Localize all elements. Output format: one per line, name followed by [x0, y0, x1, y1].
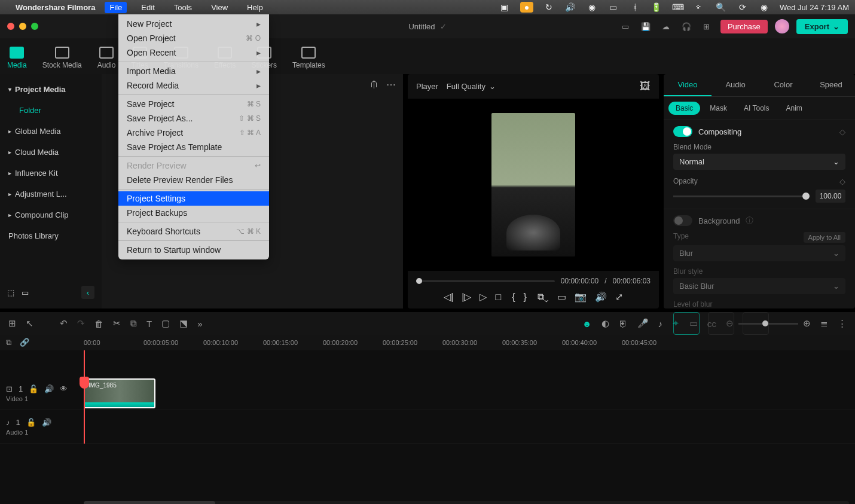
file-menu-open-project[interactable]: Open Project⌘ O [118, 31, 269, 45]
inspector-sub-mask[interactable]: Mask [703, 102, 734, 115]
sidebar-item-photos-library[interactable]: Photos Library [0, 225, 102, 246]
menu-tools[interactable]: Tools [169, 2, 197, 13]
export-button[interactable]: Export⌄ [796, 19, 848, 34]
timeline-scrollbar[interactable] [84, 501, 849, 504]
file-menu-project-backups[interactable]: Project Backups [118, 206, 269, 220]
audio-track[interactable]: ♪ 1 🔓 🔊 Audio 1 [0, 410, 855, 444]
filter-icon[interactable]: ⫛ [370, 79, 379, 90]
volume-icon[interactable]: 🔊 [564, 2, 576, 12]
info-icon[interactable]: ⓘ [746, 215, 753, 226]
file-menu-new-project[interactable]: New Project▸ [118, 17, 269, 31]
sidebar-item-global-media[interactable]: ▸Global Media [0, 121, 102, 142]
keyframe-diamond-icon[interactable]: ◇ [839, 127, 845, 136]
keyframe-diamond-icon[interactable]: ◇ [839, 177, 845, 186]
menubar-datetime[interactable]: Wed Jul 24 7:19 AM [780, 3, 849, 12]
inspector-sub-basic[interactable]: Basic [668, 102, 700, 115]
maximize-window-button[interactable] [31, 23, 38, 30]
folder-icon[interactable]: ▭ [22, 288, 29, 297]
timeline-ruler[interactable]: ⧉ 🔗 00:0000:00:05:0000:00:10:0000:00:15:… [0, 335, 855, 350]
compare-icon[interactable]: ⧉⌄ [538, 292, 549, 303]
blur-style-select[interactable]: Basic Blur⌄ [673, 278, 845, 294]
tag-icon[interactable]: ⬔ [179, 318, 188, 329]
control-center-icon[interactable]: ⟳ [737, 2, 749, 12]
pointer-tool-icon[interactable]: ↖ [26, 318, 33, 329]
wifi-icon[interactable]: ᯤ [694, 2, 706, 12]
sidebar-item-folder[interactable]: Folder [0, 100, 102, 121]
sidebar-item-compound-clip[interactable]: ▸Compound Clip [0, 204, 102, 225]
menu-view[interactable]: View [206, 2, 233, 13]
file-menu-save-project[interactable]: Save Project⌘ S [118, 97, 269, 111]
display-icon[interactable]: ▭ [557, 291, 566, 303]
inspector-tab-video[interactable]: Video [664, 74, 712, 96]
apply-to-all-button[interactable]: Apply to All [804, 232, 845, 243]
save-icon[interactable]: 💾 [639, 20, 652, 33]
inspector-tab-color[interactable]: Color [759, 74, 807, 96]
file-menu-save-project-as-template[interactable]: Save Project As Template [118, 140, 269, 154]
mic-tool-icon[interactable]: 🎤 [637, 318, 649, 329]
tab-media[interactable]: Media [7, 47, 27, 69]
layout-icon[interactable]: ▭ [619, 20, 632, 33]
menu-file[interactable]: File [105, 2, 127, 13]
file-menu-save-project-as-[interactable]: Save Project As...⇧ ⌘ S [118, 111, 269, 126]
crop-icon[interactable]: ⧉ [130, 318, 137, 329]
mark-out-icon[interactable]: } [523, 292, 526, 303]
grid-icon[interactable]: ⊞ [700, 20, 713, 33]
inspector-tab-audio[interactable]: Audio [712, 74, 759, 96]
bluetooth-icon[interactable]: ᚼ [629, 2, 641, 12]
timeline-clip[interactable]: IMG_1985 [84, 378, 155, 408]
quality-dropdown[interactable]: Full Quality⌄ [447, 82, 496, 91]
new-folder-icon[interactable]: ⬚ [7, 288, 14, 297]
camera-icon[interactable]: 📷 [575, 291, 587, 303]
delete-icon[interactable]: 🗑 [94, 319, 103, 329]
grammarly-icon[interactable]: ◉ [586, 2, 598, 12]
purchase-button[interactable]: Purchase [720, 20, 768, 33]
screencast-icon[interactable]: ▣ [499, 2, 511, 12]
redo-icon[interactable]: ↷ [77, 318, 85, 329]
cut-icon[interactable]: ✂ [113, 318, 121, 329]
mute-icon[interactable]: 🔊 [44, 384, 54, 393]
file-menu-return-to-startup-window[interactable]: Return to Startup window [118, 243, 269, 257]
mic-icon[interactable]: ● [520, 2, 533, 13]
compositing-toggle[interactable] [673, 126, 692, 137]
inspector-sub-ai-tools[interactable]: AI Tools [737, 102, 776, 115]
inspector-tab-speed[interactable]: Speed [807, 74, 855, 96]
tab-audio[interactable]: Audio [97, 47, 116, 69]
inspector-sub-anim[interactable]: Anim [778, 102, 809, 115]
minimize-window-button[interactable] [19, 23, 26, 30]
cloud-icon[interactable]: ☁ [659, 20, 673, 33]
sidebar-item-adjustment-l-[interactable]: ▸Adjustment L... [0, 184, 102, 204]
mute-icon[interactable]: 🔊 [42, 418, 51, 427]
opacity-value[interactable]: 100.00 [816, 190, 845, 203]
fullscreen-icon[interactable]: ⤢ [615, 291, 623, 303]
tab-templates[interactable]: Templates [292, 47, 325, 69]
ai-tool-icon[interactable]: ☻ [582, 319, 592, 329]
playhead[interactable] [84, 350, 85, 444]
shape-icon[interactable]: ▢ [161, 318, 170, 329]
file-menu-open-recent[interactable]: Open Recent▸ [118, 45, 269, 60]
keyboard-icon[interactable]: ⌨ [672, 2, 684, 12]
lock-icon[interactable]: 🔓 [26, 418, 36, 427]
battery-icon[interactable]: 🔋 [651, 2, 662, 12]
close-window-button[interactable] [7, 23, 14, 30]
sync-icon[interactable]: ↻ [543, 2, 555, 12]
lock-icon[interactable]: 🔓 [29, 384, 38, 393]
file-menu-archive-project[interactable]: Archive Project⇧ ⌘ A [118, 126, 269, 140]
video-track[interactable]: ⊡ 1 🔓 🔊 👁 Video 1 IMG_1985 [0, 377, 855, 410]
shield-icon[interactable]: ⛨ [619, 319, 628, 329]
file-menu-project-settings[interactable]: Project Settings [118, 191, 269, 206]
search-icon[interactable]: 🔍 [715, 2, 727, 12]
more-tools-icon[interactable]: » [197, 319, 202, 329]
text-icon[interactable]: T [146, 319, 152, 329]
display-icon[interactable]: ▭ [607, 2, 619, 12]
snapshot-icon[interactable]: 🖼 [640, 80, 651, 93]
stop-icon[interactable]: □ [495, 292, 501, 303]
undo-icon[interactable]: ↶ [60, 318, 68, 329]
prev-frame-icon[interactable]: ◁| [444, 291, 453, 303]
file-menu-record-media[interactable]: Record Media▸ [118, 78, 269, 93]
background-toggle[interactable] [673, 215, 692, 226]
video-canvas[interactable] [408, 99, 659, 271]
tab-stock-media[interactable]: Stock Media [42, 47, 82, 69]
sidebar-item-cloud-media[interactable]: ▸Cloud Media [0, 142, 102, 163]
visibility-icon[interactable]: 👁 [60, 384, 68, 393]
link-icon[interactable]: 🔗 [20, 338, 29, 347]
